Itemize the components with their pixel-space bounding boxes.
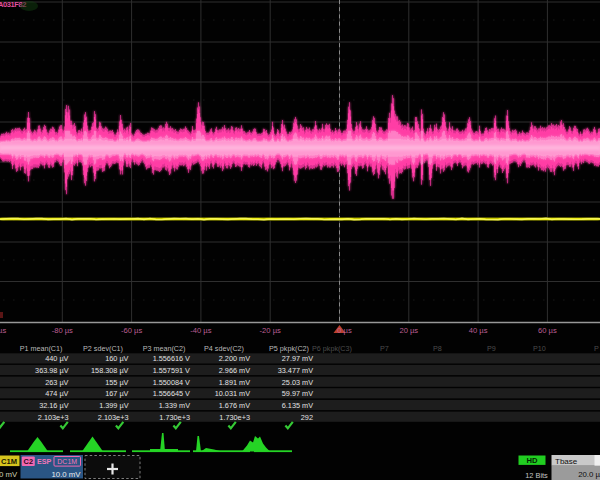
svg-text:12 Bits: 12 Bits [525,471,548,480]
svg-text:40 µs: 40 µs [469,326,488,335]
svg-text:20.0 µ: 20.0 µ [578,470,600,479]
svg-text:P5 pkpk(C2): P5 pkpk(C2) [269,344,309,353]
svg-text:263 µV: 263 µV [45,378,68,387]
svg-text:59.97 mV: 59.97 mV [282,389,313,398]
svg-text:20 µs: 20 µs [399,326,418,335]
svg-text:ESP: ESP [37,457,52,466]
svg-text:0 µs: 0 µs [337,326,352,335]
svg-text:2.103e+3: 2.103e+3 [98,413,129,422]
svg-text:-20 µs: -20 µs [260,326,281,335]
svg-text:-80 µs: -80 µs [52,326,73,335]
svg-text:1.399 µV: 1.399 µV [99,401,128,410]
svg-text:P6 pkpk(C3): P6 pkpk(C3) [312,344,352,353]
svg-text:60 µs: 60 µs [538,326,557,335]
svg-text:27.97 mV: 27.97 mV [282,354,313,363]
svg-text:0 mV: 0 mV [0,470,18,479]
svg-text:2.200 mV: 2.200 mV [219,354,250,363]
svg-text:-100 µs: -100 µs [0,326,6,335]
svg-text:292: 292 [301,413,313,422]
svg-text:2.966 mV: 2.966 mV [219,366,250,375]
svg-text:25.03 mV: 25.03 mV [282,378,313,387]
svg-text:P8: P8 [433,344,442,353]
svg-text:P9: P9 [487,344,496,353]
svg-text:167 µV: 167 µV [105,389,128,398]
svg-text:155 µV: 155 µV [105,378,128,387]
svg-text:C2: C2 [24,457,33,466]
svg-text:440 µV: 440 µV [45,354,68,363]
svg-text:2.103e+3: 2.103e+3 [38,413,69,422]
svg-text:10.031 mV: 10.031 mV [215,389,250,398]
svg-text:1.556616 V: 1.556616 V [153,354,190,363]
svg-text:P: P [594,344,599,353]
svg-text:C1M: C1M [1,457,17,466]
svg-text:160 µV: 160 µV [105,354,128,363]
svg-text:1.556645 V: 1.556645 V [153,389,190,398]
svg-text:P3 mean(C2): P3 mean(C2) [143,344,186,353]
svg-text:P10: P10 [533,344,546,353]
svg-text:1.891 mV: 1.891 mV [219,378,250,387]
svg-text:158.308 µV: 158.308 µV [91,366,129,375]
svg-text:1.339 mV: 1.339 mV [159,401,190,410]
svg-text:HD: HD [527,456,538,465]
svg-text:-60 µs: -60 µs [121,326,142,335]
svg-text:10.0 mV: 10.0 mV [51,470,81,479]
svg-text:P4 sdev(C2): P4 sdev(C2) [204,344,244,353]
svg-text:474 µV: 474 µV [45,389,68,398]
svg-text:1.676 mV: 1.676 mV [219,401,250,410]
svg-text:33.477 mV: 33.477 mV [278,366,313,375]
svg-text:1.550084 V: 1.550084 V [153,378,190,387]
svg-text:-40 µs: -40 µs [190,326,211,335]
svg-text:1.730e+3: 1.730e+3 [159,413,190,422]
svg-text:363.98 µV: 363.98 µV [35,366,69,375]
svg-text:DC1M: DC1M [57,458,77,465]
svg-text:6.135 mV: 6.135 mV [282,401,313,410]
svg-text:1.730e+3: 1.730e+3 [219,413,250,422]
svg-text:P2 sdev(C1): P2 sdev(C1) [83,344,123,353]
svg-text:32.16 µV: 32.16 µV [39,401,68,410]
svg-text:P1 mean(C1): P1 mean(C1) [20,344,63,353]
svg-text:P7: P7 [380,344,389,353]
svg-text:1.557591 V: 1.557591 V [153,366,190,375]
svg-text:Tbase: Tbase [555,457,578,466]
